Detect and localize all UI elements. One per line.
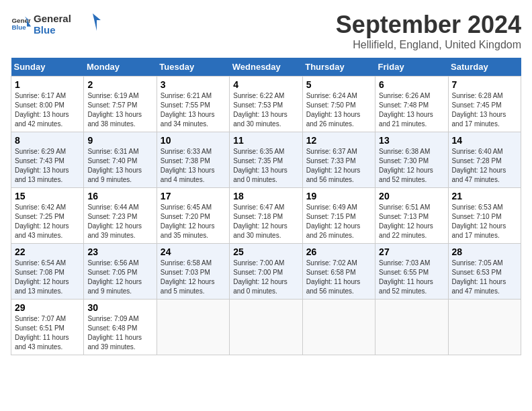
logo-icon: General Blue [11,13,31,34]
calendar-cell: 16 Sunrise: 6:44 AM Sunset: 7:23 PM Dayl… [84,188,157,244]
calendar-cell: 18 Sunrise: 6:47 AM Sunset: 7:18 PM Dayl… [230,188,302,244]
day-info: Sunrise: 6:49 AM Sunset: 7:15 PM Dayligh… [306,203,371,240]
day-number: 19 [306,191,371,201]
day-number: 17 [161,191,226,201]
calendar-cell: 10 Sunrise: 6:33 AM Sunset: 7:38 PM Dayl… [157,132,229,188]
calendar-cell: 29 Sunrise: 7:07 AM Sunset: 6:51 PM Dayl… [11,300,84,355]
day-info: Sunrise: 6:33 AM Sunset: 7:38 PM Dayligh… [161,147,226,185]
calendar-cell: 23 Sunrise: 6:56 AM Sunset: 7:05 PM Dayl… [84,244,157,300]
day-number: 2 [87,79,152,90]
calendar-cell: 19 Sunrise: 6:49 AM Sunset: 7:15 PM Dayl… [302,188,375,244]
calendar-cell: 9 Sunrise: 6:31 AM Sunset: 7:40 PM Dayli… [84,132,157,188]
calendar-cell: 13 Sunrise: 6:38 AM Sunset: 7:30 PM Dayl… [375,132,448,188]
day-number: 8 [15,135,80,146]
day-info: Sunrise: 6:19 AM Sunset: 7:57 PM Dayligh… [87,91,152,129]
day-number: 28 [452,246,517,257]
day-info: Sunrise: 7:05 AM Sunset: 6:53 PM Dayligh… [452,259,517,296]
day-info: Sunrise: 6:51 AM Sunset: 7:13 PM Dayligh… [379,203,444,240]
calendar-cell: 27 Sunrise: 7:03 AM Sunset: 6:55 PM Dayl… [375,244,448,300]
col-saturday: Saturday [448,58,521,77]
week-row-2: 8 Sunrise: 6:29 AM Sunset: 7:43 PM Dayli… [11,132,521,188]
day-info: Sunrise: 6:17 AM Sunset: 8:00 PM Dayligh… [15,91,80,129]
day-number: 29 [15,302,80,313]
day-number: 22 [15,246,80,257]
svg-marker-6 [93,13,101,31]
day-number: 6 [379,79,444,90]
day-info: Sunrise: 7:02 AM Sunset: 6:58 PM Dayligh… [306,259,371,296]
calendar-cell [230,300,302,355]
calendar-cell: 5 Sunrise: 6:24 AM Sunset: 7:50 PM Dayli… [302,77,375,132]
calendar-cell: 28 Sunrise: 7:05 AM Sunset: 6:53 PM Dayl… [448,244,521,300]
calendar-cell: 25 Sunrise: 7:00 AM Sunset: 7:00 PM Dayl… [230,244,302,300]
day-info: Sunrise: 6:22 AM Sunset: 7:53 PM Dayligh… [233,91,298,129]
calendar-cell: 7 Sunrise: 6:28 AM Sunset: 7:45 PM Dayli… [448,77,521,132]
day-info: Sunrise: 6:54 AM Sunset: 7:08 PM Dayligh… [15,259,80,296]
calendar-cell: 26 Sunrise: 7:02 AM Sunset: 6:58 PM Dayl… [302,244,375,300]
day-info: Sunrise: 6:21 AM Sunset: 7:55 PM Dayligh… [161,91,226,129]
calendar-cell: 11 Sunrise: 6:35 AM Sunset: 7:35 PM Dayl… [230,132,302,188]
day-info: Sunrise: 6:53 AM Sunset: 7:10 PM Dayligh… [452,203,517,240]
day-info: Sunrise: 6:29 AM Sunset: 7:43 PM Dayligh… [15,147,80,185]
calendar-cell: 30 Sunrise: 7:09 AM Sunset: 6:48 PM Dayl… [84,300,157,355]
day-info: Sunrise: 6:47 AM Sunset: 7:18 PM Dayligh… [233,203,298,240]
day-number: 11 [233,135,298,146]
day-info: Sunrise: 7:07 AM Sunset: 6:51 PM Dayligh… [15,314,80,352]
day-info: Sunrise: 6:26 AM Sunset: 7:48 PM Dayligh… [379,91,444,129]
calendar-cell: 20 Sunrise: 6:51 AM Sunset: 7:13 PM Dayl… [375,188,448,244]
week-row-1: 1 Sunrise: 6:17 AM Sunset: 8:00 PM Dayli… [11,77,521,132]
day-number: 13 [379,135,444,146]
day-number: 9 [87,135,152,146]
day-info: Sunrise: 6:45 AM Sunset: 7:20 PM Dayligh… [161,203,226,240]
day-number: 7 [452,79,517,90]
day-number: 24 [161,246,226,257]
calendar-cell [448,300,521,355]
day-info: Sunrise: 6:28 AM Sunset: 7:45 PM Dayligh… [452,91,517,129]
week-row-5: 29 Sunrise: 7:07 AM Sunset: 6:51 PM Dayl… [11,300,521,355]
calendar-cell [375,300,448,355]
header-row: Sunday Monday Tuesday Wednesday Thursday… [11,58,521,77]
day-info: Sunrise: 6:31 AM Sunset: 7:40 PM Dayligh… [87,147,152,185]
calendar-cell: 6 Sunrise: 6:26 AM Sunset: 7:48 PM Dayli… [375,77,448,132]
location-title: Hellifield, England, United Kingdom [336,39,521,51]
day-info: Sunrise: 6:24 AM Sunset: 7:50 PM Dayligh… [306,91,371,129]
calendar-cell [157,300,229,355]
svg-text:Blue: Blue [12,24,27,31]
day-info: Sunrise: 6:40 AM Sunset: 7:28 PM Dayligh… [452,147,517,185]
col-thursday: Thursday [302,58,375,77]
day-number: 15 [15,191,80,201]
day-number: 27 [379,246,444,257]
page-header: General Blue General Blue September 2024… [11,11,521,51]
day-number: 21 [452,191,517,201]
day-info: Sunrise: 6:37 AM Sunset: 7:33 PM Dayligh… [306,147,371,185]
day-info: Sunrise: 6:42 AM Sunset: 7:25 PM Dayligh… [15,203,80,240]
day-info: Sunrise: 7:00 AM Sunset: 7:00 PM Dayligh… [233,259,298,296]
day-info: Sunrise: 6:44 AM Sunset: 7:23 PM Dayligh… [87,203,152,240]
day-number: 10 [161,135,226,146]
title-area: September 2024 Hellifield, England, Unit… [336,11,521,51]
calendar-cell: 4 Sunrise: 6:22 AM Sunset: 7:53 PM Dayli… [230,77,302,132]
day-number: 16 [87,191,152,201]
calendar-cell: 12 Sunrise: 6:37 AM Sunset: 7:33 PM Dayl… [302,132,375,188]
logo-svg: General Blue [34,11,101,36]
calendar-cell: 22 Sunrise: 6:54 AM Sunset: 7:08 PM Dayl… [11,244,84,300]
col-friday: Friday [375,58,448,77]
calendar-cell: 1 Sunrise: 6:17 AM Sunset: 8:00 PM Dayli… [11,77,84,132]
day-info: Sunrise: 6:38 AM Sunset: 7:30 PM Dayligh… [379,147,444,185]
calendar-cell: 17 Sunrise: 6:45 AM Sunset: 7:20 PM Dayl… [157,188,229,244]
day-number: 25 [233,246,298,257]
day-number: 26 [306,246,371,257]
day-number: 12 [306,135,371,146]
calendar-cell: 14 Sunrise: 6:40 AM Sunset: 7:28 PM Dayl… [448,132,521,188]
day-number: 14 [452,135,517,146]
day-info: Sunrise: 6:56 AM Sunset: 7:05 PM Dayligh… [87,259,152,296]
calendar-cell: 24 Sunrise: 6:58 AM Sunset: 7:03 PM Dayl… [157,244,229,300]
day-info: Sunrise: 6:58 AM Sunset: 7:03 PM Dayligh… [161,259,226,296]
week-row-4: 22 Sunrise: 6:54 AM Sunset: 7:08 PM Dayl… [11,244,521,300]
calendar-cell [302,300,375,355]
calendar-cell: 15 Sunrise: 6:42 AM Sunset: 7:25 PM Dayl… [11,188,84,244]
col-sunday: Sunday [11,58,84,77]
day-number: 1 [15,79,80,90]
logo: General Blue General Blue [11,11,101,36]
calendar-table: Sunday Monday Tuesday Wednesday Thursday… [11,58,521,355]
svg-text:Blue: Blue [34,24,56,36]
